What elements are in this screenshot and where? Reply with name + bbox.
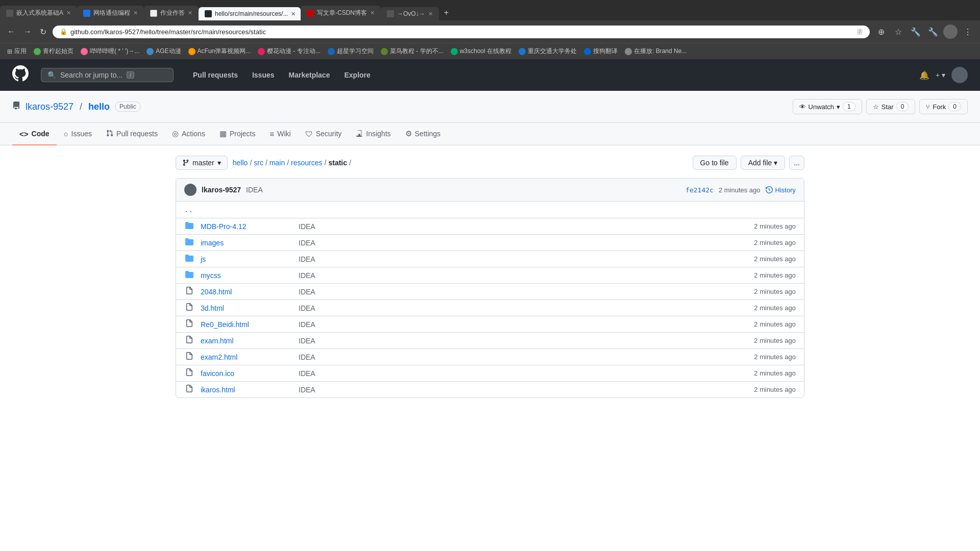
file-name[interactable]: 2048.html <box>201 288 292 296</box>
create-menu[interactable]: + ▾ <box>936 71 945 79</box>
url-bar[interactable]: 🔒 github.com/lkaros-9527/hello/tree/mast… <box>53 26 870 38</box>
search-shortcut-key: / <box>127 71 134 79</box>
tab-close-6[interactable]: ✕ <box>428 11 433 17</box>
bookmarks-bar: ⊞ 应用 青柠起始页 哔哔哔哩( * ' ')→... AGE动漫 AcFun弹… <box>0 43 980 59</box>
fork-button[interactable]: ⑂ Fork 0 <box>919 99 968 114</box>
tab-close-1[interactable]: ✕ <box>66 10 71 16</box>
tab-insights[interactable]: Insights <box>349 123 398 145</box>
file-name[interactable]: js <box>201 255 292 263</box>
branch-selector[interactable]: master ▾ <box>176 156 228 170</box>
nav-issues[interactable]: Issues <box>245 67 282 83</box>
file-name[interactable]: exam2.html <box>201 353 292 361</box>
file-name[interactable]: 3d.html <box>201 304 292 312</box>
forward-button[interactable]: → <box>21 25 34 38</box>
tab-close-4[interactable]: ✕ <box>291 11 296 17</box>
go-to-file-button[interactable]: Go to file <box>693 156 737 170</box>
commit-hash[interactable]: fe2142c <box>685 186 714 194</box>
bookmark-8[interactable]: w3school 在线教程 <box>448 46 514 57</box>
tab-close-3[interactable]: ✕ <box>188 10 192 16</box>
commit-user[interactable]: lkaros-9527 <box>202 186 241 194</box>
tab-security[interactable]: 🛡 Security <box>298 123 349 145</box>
nav-pull-requests[interactable]: Pull requests <box>186 67 245 83</box>
user-avatar[interactable] <box>951 67 968 83</box>
add-file-button[interactable]: Add file ▾ <box>741 156 786 170</box>
github-header-right: 🔔 + ▾ <box>919 67 968 83</box>
bookmark-11[interactable]: 在播放: Brand Ne... <box>622 46 690 57</box>
global-search[interactable]: 🔍 Search or jump to... / <box>41 68 174 82</box>
table-row: exam2.html IDEA 2 minutes ago <box>176 349 804 365</box>
star-icon: ☆ <box>873 103 879 111</box>
bookmark-2[interactable]: 哔哔哔哩( * ' ')→... <box>78 46 142 57</box>
url-text: github.com/lkaros-9527/hello/tree/master… <box>70 28 854 36</box>
tab-close-2[interactable]: ✕ <box>133 10 138 16</box>
more-options-button[interactable]: ... <box>789 156 804 170</box>
bookmark-favicon-11 <box>625 48 632 55</box>
extension-1[interactable]: 🔧 <box>909 24 923 39</box>
repo-name-link[interactable]: hello <box>88 102 110 112</box>
nav-marketplace[interactable]: Marketplace <box>282 67 337 83</box>
file-name[interactable]: images <box>201 239 292 247</box>
parent-directory-row[interactable]: .. <box>176 202 804 218</box>
menu-button[interactable]: ⋮ <box>961 24 975 39</box>
file-browser-toolbar-right: Go to file Add file ▾ ... <box>693 156 804 170</box>
browser-tab-4[interactable]: hello/src/main/resources/... ✕ <box>199 7 301 20</box>
extension-2[interactable]: 🔧 <box>926 24 940 39</box>
folder-icon <box>184 254 194 264</box>
tab-projects[interactable]: ▦ Projects <box>212 123 263 145</box>
file-commit-message: IDEA <box>299 304 748 312</box>
bookmark-7[interactable]: 菜鸟教程 - 学的不... <box>378 46 447 57</box>
file-name[interactable]: exam.html <box>201 337 292 345</box>
new-tab-button[interactable]: + <box>439 5 454 20</box>
actions-tab-label: Actions <box>182 130 205 138</box>
tab-title-4: hello/src/main/resources/... <box>215 10 288 17</box>
tab-title-3: 作业作答 <box>160 9 185 17</box>
tab-settings[interactable]: ⚙ Settings <box>398 123 448 145</box>
browser-tab-6[interactable]: →OvO↓→ ✕ <box>381 7 439 20</box>
reload-button[interactable]: ↻ <box>38 25 48 39</box>
history-button[interactable]: History <box>766 186 796 194</box>
bookmark-6[interactable]: 超星学习空间 <box>325 46 377 57</box>
bookmark-5[interactable]: 樱花动漫 - 专注动... <box>255 46 324 57</box>
bookmark-4[interactable]: AcFun弹幕视频网... <box>185 46 254 57</box>
file-name[interactable]: favicon.ico <box>201 369 292 378</box>
table-row: MDB-Pro-4.12 IDEA 2 minutes ago <box>176 218 804 235</box>
repo-owner-link[interactable]: lkaros-9527 <box>26 102 74 112</box>
tab-wiki[interactable]: ≡ Wiki <box>263 123 298 145</box>
star-button[interactable]: ☆ Star 0 <box>866 99 916 114</box>
bookmark-3[interactable]: AGE动漫 <box>143 46 184 57</box>
bookmark-10[interactable]: 搜狗翻译 <box>581 46 621 57</box>
tab-issues[interactable]: ○ Issues <box>57 123 100 145</box>
browser-tab-2[interactable]: 网络通信编程 ✕ <box>77 6 144 20</box>
tab-actions[interactable]: ◎ Actions <box>165 123 212 145</box>
breadcrumb-resources[interactable]: resources <box>291 159 322 167</box>
translate-button[interactable]: ⊕ <box>874 24 888 39</box>
browser-tab-5[interactable]: 写文章-CSDN博客 ✕ <box>301 6 381 20</box>
bookmark-1[interactable]: 青柠起始页 <box>31 46 77 57</box>
file-name[interactable]: mycss <box>201 271 292 280</box>
tab-pull-requests[interactable]: Pull requests <box>99 123 165 145</box>
bookmark-9[interactable]: 重庆交通大学务处 <box>516 46 580 57</box>
browser-tab-1[interactable]: 嵌入式系统基础A ✕ <box>0 6 77 20</box>
breadcrumb-src[interactable]: src <box>254 159 263 167</box>
browser-tab-3[interactable]: 作业作答 ✕ <box>144 6 199 20</box>
file-name[interactable]: MDB-Pro-4.12 <box>201 222 292 231</box>
file-commit-message: IDEA <box>299 337 748 345</box>
file-name[interactable]: ikaros.html <box>201 386 292 394</box>
tab-close-5[interactable]: ✕ <box>370 10 375 16</box>
bookmark-button[interactable]: ☆ <box>891 24 905 39</box>
file-icon <box>184 385 194 394</box>
bookmark-favicon-9 <box>519 48 526 55</box>
browser-profile-avatar[interactable] <box>943 24 958 39</box>
file-name[interactable]: Re0_Beidi.html <box>201 320 292 329</box>
nav-explore[interactable]: Explore <box>337 67 377 83</box>
breadcrumb-main[interactable]: main <box>270 159 285 167</box>
watch-button[interactable]: 👁 Unwatch ▾ 1 <box>793 99 862 114</box>
tab-favicon-6 <box>387 10 394 17</box>
breadcrumb-static: static <box>328 159 347 167</box>
breadcrumb-hello[interactable]: hello <box>233 159 248 167</box>
github-logo[interactable] <box>12 65 29 85</box>
tab-code[interactable]: <> Code <box>12 123 57 145</box>
bookmark-apps[interactable]: ⊞ 应用 <box>4 46 30 57</box>
bell-icon[interactable]: 🔔 <box>919 70 929 80</box>
back-button[interactable]: ← <box>5 25 17 38</box>
